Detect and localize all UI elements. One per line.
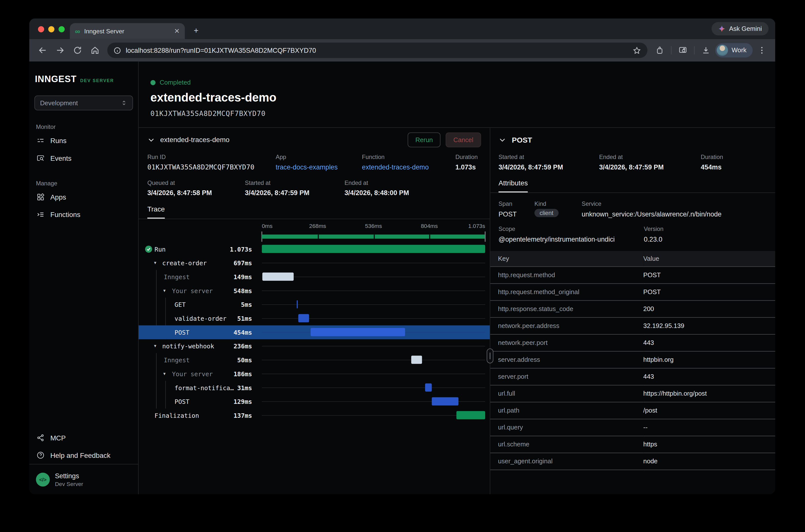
settings-entry[interactable]: </> Settings Dev Server xyxy=(30,464,138,494)
meta-label: Queued at xyxy=(147,180,245,186)
browser-tab[interactable]: ∞ Inngest Server ✕ xyxy=(70,23,185,39)
sidebar-item-runs[interactable]: Runs xyxy=(30,132,138,149)
trace-row[interactable]: POST454ms xyxy=(139,325,490,339)
span-bar[interactable] xyxy=(262,245,485,253)
attribute-key: url.scheme xyxy=(490,436,643,453)
attributes-tabbar: Attributes xyxy=(490,178,775,193)
timeline-axis: 0ms268ms536ms804ms1.073s xyxy=(262,223,485,231)
tab-trace[interactable]: Trace xyxy=(147,205,165,219)
chevron-down-icon[interactable] xyxy=(499,136,506,144)
toolbar-divider xyxy=(694,46,695,55)
sidebar-item-functions[interactable]: Functions xyxy=(30,206,138,223)
browser-window: ∞ Inngest Server ✕ + Ask Gemini xyxy=(30,18,775,494)
function-link[interactable]: extended-traces-demo xyxy=(362,163,455,171)
collapse-caret-icon[interactable]: ▾ xyxy=(163,287,166,294)
span-name: notify-webhook xyxy=(162,343,214,350)
span-bar[interactable] xyxy=(298,314,309,322)
minimap-tick xyxy=(318,235,319,239)
trace-row[interactable]: POST129ms xyxy=(139,395,490,408)
attribute-row: url.schemehttps xyxy=(490,436,775,453)
cancel-button[interactable]: Cancel xyxy=(446,132,481,147)
trace-row[interactable]: Inngest50ms xyxy=(139,353,490,367)
meta-label: Started at xyxy=(499,154,599,160)
window-controls[interactable] xyxy=(38,26,65,32)
duration-value: 1.073s xyxy=(455,163,481,171)
sidebar-item-help[interactable]: Help and Feedback xyxy=(30,446,138,464)
span-bar[interactable] xyxy=(263,272,294,281)
trace-row[interactable]: ▾Your server548ms xyxy=(139,284,490,298)
span-bar[interactable] xyxy=(425,383,432,392)
runs-icon xyxy=(36,137,44,145)
inngest-logo: INNGEST xyxy=(35,74,77,84)
minimize-window-button[interactable] xyxy=(48,26,55,32)
url-text[interactable]: localhost:8288/run?runID=01KJXTWA35SA8D2… xyxy=(126,46,628,54)
forward-button[interactable] xyxy=(52,42,68,58)
downloads-button[interactable] xyxy=(698,42,714,58)
span-bar[interactable] xyxy=(456,411,485,419)
timeline-minimap[interactable] xyxy=(262,231,485,242)
site-info-icon[interactable] xyxy=(113,46,121,54)
collapse-caret-icon[interactable]: ▾ xyxy=(154,343,156,349)
collapse-caret-icon[interactable]: ▾ xyxy=(163,370,166,377)
timeline-zone xyxy=(262,325,485,339)
environment-select[interactable]: Development xyxy=(34,96,133,111)
share-nodes-icon xyxy=(36,434,44,442)
profile-chip[interactable]: Work xyxy=(715,43,752,57)
timeline-track xyxy=(262,304,485,305)
span-bar[interactable] xyxy=(432,397,459,405)
attributes-table-header: Key Value xyxy=(490,251,775,266)
trace-row[interactable]: GET5ms xyxy=(139,298,490,311)
span-title: POST xyxy=(512,136,532,144)
new-tab-button[interactable]: + xyxy=(190,25,202,36)
sidebar-item-label: Runs xyxy=(50,137,67,145)
sidebar-item-events[interactable]: Events xyxy=(30,149,138,167)
maximize-window-button[interactable] xyxy=(58,26,65,32)
attribute-value: https://httpbin.org/post xyxy=(643,385,775,402)
reload-button[interactable] xyxy=(69,42,86,58)
rerun-button[interactable]: Rerun xyxy=(408,132,441,147)
trace-row[interactable]: validate-order51ms xyxy=(139,311,490,325)
browser-titlebar: ∞ Inngest Server ✕ + Ask Gemini xyxy=(30,18,775,39)
timeline-track xyxy=(262,374,485,374)
service-value: unknown_service:/Users/alawrence/.n/bin/… xyxy=(582,210,767,218)
tab-search-button[interactable] xyxy=(675,42,691,58)
tab-close-icon[interactable]: ✕ xyxy=(174,27,180,34)
span-duration: 51ms xyxy=(237,315,252,322)
trace-row[interactable]: ▾notify-webhook236ms xyxy=(139,339,490,353)
tab-attributes[interactable]: Attributes xyxy=(499,179,528,193)
browser-menu-button[interactable] xyxy=(754,42,770,58)
trace-row[interactable]: ▾create-order697ms xyxy=(139,256,490,270)
home-button[interactable] xyxy=(87,42,103,58)
address-bar[interactable]: localhost:8288/run?runID=01KJXTWA35SA8D2… xyxy=(107,42,648,58)
app-link[interactable]: trace-docs-examples xyxy=(276,163,362,171)
ask-gemini-button[interactable]: Ask Gemini xyxy=(712,22,769,36)
sidebar-item-mcp[interactable]: MCP xyxy=(30,429,138,446)
collapse-caret-icon[interactable]: ▾ xyxy=(154,260,156,266)
attributes-table: Key Value http.request.methodPOSThttp.re… xyxy=(490,251,775,470)
span-accordion[interactable]: POST xyxy=(490,128,775,152)
span-bar[interactable] xyxy=(297,300,298,308)
extensions-button[interactable] xyxy=(651,42,668,58)
meta-label: Duration xyxy=(701,154,767,160)
attribute-row: network.peer.address32.192.95.139 xyxy=(490,317,775,334)
span-bar[interactable] xyxy=(411,356,422,364)
attribute-key: network.peer.port xyxy=(490,334,643,351)
timeline-track xyxy=(262,318,485,319)
span-bar[interactable] xyxy=(311,328,405,336)
sidebar-item-apps[interactable]: Apps xyxy=(30,188,138,206)
back-button[interactable] xyxy=(34,42,51,58)
chevron-down-icon[interactable] xyxy=(147,136,155,144)
trace-row[interactable]: format-notifica…31ms xyxy=(139,381,490,395)
trace-row[interactable]: Run1.073s xyxy=(139,242,490,256)
trace-row[interactable]: Finalization137ms xyxy=(139,408,490,422)
timeline-track xyxy=(262,346,485,346)
panel-resize-handle[interactable] xyxy=(487,348,493,363)
meta-label: Ended at xyxy=(599,154,701,160)
axis-tick-label: 536ms xyxy=(365,223,382,229)
bookmark-star-icon[interactable] xyxy=(633,46,641,55)
run-accordion[interactable]: extended-traces-demo Rerun Cancel xyxy=(139,128,490,152)
attribute-key: url.path xyxy=(490,402,643,419)
trace-row[interactable]: ▾Your server186ms xyxy=(139,367,490,381)
close-window-button[interactable] xyxy=(38,26,44,32)
trace-row[interactable]: Inngest149ms xyxy=(139,270,490,284)
